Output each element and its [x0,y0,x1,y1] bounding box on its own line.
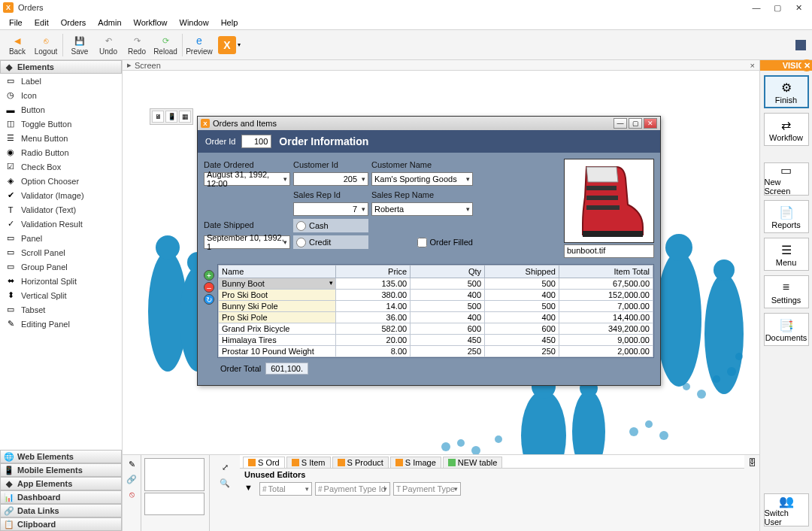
table-row[interactable]: Prostar 10 Pound Weight8.002502502,000.0… [219,346,653,357]
customer-id-select[interactable]: 205 [293,172,368,186]
total-filter-field[interactable]: Total [259,482,312,496]
sidebar-section-mobile-elements[interactable]: 📱Mobile Elements [0,463,122,477]
date-ordered-select[interactable]: August 31, 1992, 12:00 [204,172,290,186]
element-tabset[interactable]: ▭Tabset [0,302,122,317]
element-panel[interactable]: ▭Panel [0,231,122,245]
menu-workflow[interactable]: Workflow [128,17,174,29]
mini-grid-1[interactable] [144,458,205,491]
minimize-button[interactable]: — [746,1,767,14]
redo-button[interactable]: ↷Redo [123,32,151,59]
tab-s-image[interactable]: S Image [390,457,441,468]
table-row[interactable]: Bunny Ski Pole14.005005007,000.00 [219,301,653,312]
documents-button[interactable]: 📑Documents [764,313,809,346]
element-check-box[interactable]: ☑Check Box [0,159,122,174]
sidebar-elements-header[interactable]: ◆ Elements [0,60,122,74]
tab-s-ord[interactable]: S Ord [243,457,285,468]
tab-new-table[interactable]: NEW table [443,457,503,468]
col-price[interactable]: Price [336,266,411,278]
image-filename-field[interactable]: bunboot.tif [564,244,654,258]
table-row[interactable]: Bunny Boot135.0050050067,500.00 [219,278,653,290]
sidebar-section-data-links[interactable]: 🔗Data Links [0,504,122,517]
desktop-mode-icon[interactable]: 🖥 [152,111,164,123]
finish-button[interactable]: ⚙Finish [764,75,809,108]
col-item-total[interactable]: Item Total [559,266,653,278]
menu-orders[interactable]: Orders [55,17,92,29]
new-screen-button[interactable]: ▭New Screen [764,162,809,196]
element-validator-image-[interactable]: ✔Validator (Image) [0,188,122,202]
child-window-titlebar[interactable]: X Orders and Items — ▢ ✕ [198,117,660,130]
sidebar-section-dashboard[interactable]: 📊Dashboard [0,490,122,504]
menu-edit[interactable]: Edit [29,17,55,29]
payment-credit-radio[interactable]: Credit [293,235,368,249]
design-canvas[interactable]: 🖥 📱 ▦ X Orders and Items — ▢ ✕ Order Id … [123,71,759,454]
back-button[interactable]: ◀Back [3,32,32,59]
add-row-icon[interactable]: + [204,270,214,281]
edit-tool-icon[interactable]: ✎ [126,458,138,470]
preview-button[interactable]: ePreview [185,32,214,59]
col-shipped[interactable]: Shipped [485,266,559,278]
tab-s-item[interactable]: S Item [286,457,331,468]
expand-icon[interactable]: ⤢ [222,463,229,472]
db-icon[interactable]: 🗄 [748,458,756,467]
date-shipped-select[interactable]: September 10, 1992, 1 [204,235,290,249]
element-radio-button[interactable]: ◉Radio Button [0,145,122,159]
sidebar-section-web-elements[interactable]: 🌐Web Elements [0,450,122,463]
payment-type-filter-field[interactable]: Payment Type [393,482,461,496]
toolbar-right-icon[interactable] [795,40,806,50]
child-close-button[interactable]: ✕ [644,118,657,129]
customer-name-select[interactable]: Kam's Sporting Goods [371,172,473,186]
element-menu-button[interactable]: ☰Menu Button [0,131,122,145]
reports-button[interactable]: 📄Reports [764,200,809,233]
order-items-table[interactable]: NamePriceQtyShippedItem Total Bunny Boot… [217,264,654,358]
element-icon[interactable]: ◷Icon [0,88,122,102]
sales-rep-name-select[interactable]: Roberta [371,202,473,216]
settings-button[interactable]: ≡Settings [764,275,809,308]
order-id-field[interactable]: 100 [241,135,271,148]
order-filled-checkbox[interactable]: Order Filled [371,235,473,249]
stop-tool-icon[interactable]: ⦸ [126,488,138,500]
undo-button[interactable]: ↶Undo [94,32,123,59]
child-maximize-button[interactable]: ▢ [629,118,642,129]
switch-user-button[interactable]: 👥Switch User [764,493,809,526]
menu-window[interactable]: Window [174,17,215,29]
element-toggle-button[interactable]: ◫Toggle Button [0,117,122,131]
magnify-icon[interactable]: 🔍 [220,478,230,488]
child-minimize-button[interactable]: — [614,118,627,129]
element-scroll-panel[interactable]: ▭Scroll Panel [0,245,122,259]
element-validation-result[interactable]: ✓Validation Result [0,217,122,231]
grid-mode-icon[interactable]: ▦ [179,111,191,123]
mobile-mode-icon[interactable]: 📱 [165,111,177,123]
refresh-rows-icon[interactable]: ↻ [204,294,214,305]
reload-button[interactable]: ⟳Reload [151,32,180,59]
element-button[interactable]: ▬Button [0,102,122,117]
close-button[interactable]: ✕ [788,1,809,14]
delete-row-icon[interactable]: – [204,282,214,293]
save-button[interactable]: 💾Save [65,32,94,59]
element-label[interactable]: ▭Label [0,74,122,88]
col-qty[interactable]: Qty [411,266,485,278]
filter-icon[interactable]: ▼ [244,483,256,495]
vision-close-icon[interactable]: ✕ [801,59,812,71]
sidebar-section-clipboard[interactable]: 📋Clipboard [0,517,122,531]
orders-items-window[interactable]: X Orders and Items — ▢ ✕ Order Id 100 Or… [197,116,661,386]
dropdown-caret-icon[interactable]: ▾ [238,41,241,48]
element-validator-text-[interactable]: TValidator (Text) [0,202,122,217]
element-group-panel[interactable]: ▭Group Panel [0,259,122,274]
payment-cash-radio[interactable]: Cash [293,219,368,232]
table-row[interactable]: Grand Prix Bicycle582.00600600349,200.00 [219,323,653,335]
payment-type-id-filter-field[interactable]: Payment Type Id [315,482,390,496]
menu-help[interactable]: Help [215,17,244,29]
workflow-button[interactable]: ⇄Workflow [764,113,809,146]
app-brand-icon[interactable]: X [218,36,236,54]
link-tool-icon[interactable]: 🔗 [126,473,138,485]
tab-s-product[interactable]: S Product [332,457,389,468]
element-horizontal-split[interactable]: ⬌Horizontal Split [0,274,122,288]
sidebar-section-app-elements[interactable]: ◆App Elements [0,477,122,490]
panel-close-icon[interactable]: × [750,61,755,70]
menu-file[interactable]: File [3,17,29,29]
menu-admin[interactable]: Admin [92,17,127,29]
element-vertical-split[interactable]: ⬍Vertical Split [0,288,122,302]
sales-rep-id-select[interactable]: 7 [293,202,368,216]
mini-grid-2[interactable] [144,493,205,515]
table-row[interactable]: Himalaya Tires20.004504509,000.00 [219,335,653,346]
